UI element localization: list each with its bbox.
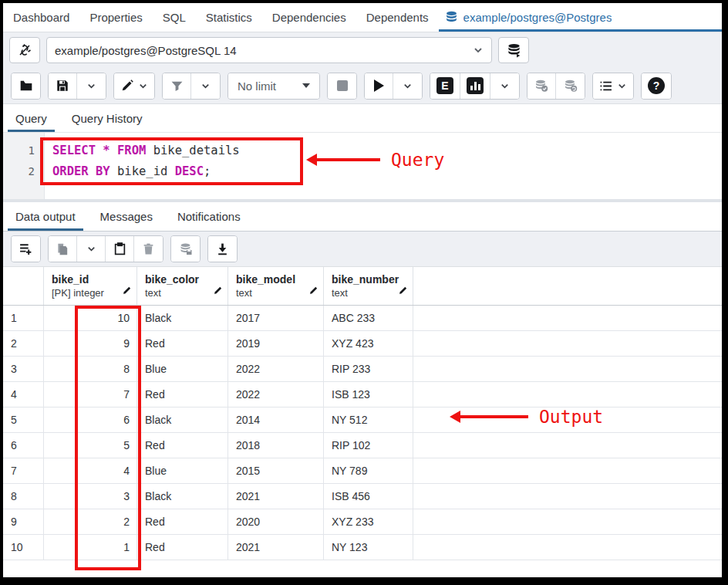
edit-column-icon[interactable] xyxy=(213,286,223,296)
cell-bike-model[interactable]: 2019 xyxy=(228,331,324,356)
row-number-cell[interactable]: 8 xyxy=(3,484,44,509)
macros-button[interactable] xyxy=(593,73,633,99)
cell-bike-number[interactable]: RIP 233 xyxy=(324,357,413,381)
edit-column-icon[interactable] xyxy=(398,286,408,296)
tab-dependents[interactable]: Dependents xyxy=(356,3,439,32)
save-data-changes-button[interactable] xyxy=(171,236,200,262)
edit-column-icon[interactable] xyxy=(122,286,132,296)
column-header-bike-color[interactable]: bike_color text xyxy=(137,267,228,305)
cell-bike-color[interactable]: Red xyxy=(137,509,228,534)
copy-button[interactable] xyxy=(49,236,77,262)
cell-bike-color[interactable]: Red xyxy=(137,433,228,458)
tab-notifications[interactable]: Notifications xyxy=(165,202,253,231)
tab-dependencies[interactable]: Dependencies xyxy=(262,3,356,32)
tab-dashboard[interactable]: Dashboard xyxy=(3,3,79,32)
save-file-button[interactable] xyxy=(49,73,77,99)
filter-dropdown-button[interactable] xyxy=(191,73,220,99)
cell-bike-id[interactable]: 10 xyxy=(44,306,137,330)
cell-bike-color[interactable]: Black xyxy=(137,407,228,432)
download-csv-button[interactable] xyxy=(208,236,237,262)
explain-analyze-button[interactable] xyxy=(460,73,490,99)
column-header-bike-id[interactable]: bike_id [PK] integer xyxy=(44,267,137,305)
tab-messages[interactable]: Messages xyxy=(88,202,165,231)
cell-bike-color[interactable]: Red xyxy=(137,331,228,356)
cell-bike-id[interactable]: 6 xyxy=(44,407,137,432)
cell-bike-color[interactable]: Blue xyxy=(137,357,228,381)
row-number-cell[interactable]: 9 xyxy=(3,509,44,534)
code-line[interactable]: SELECT * FROM bike_details xyxy=(52,140,722,161)
cell-bike-model[interactable]: 2015 xyxy=(228,458,324,483)
row-number-cell[interactable]: 1 xyxy=(3,306,44,330)
row-number-cell[interactable]: 4 xyxy=(3,382,44,407)
cell-bike-number[interactable]: RIP 102 xyxy=(324,433,413,458)
cell-bike-number[interactable]: XYZ 423 xyxy=(324,331,413,356)
editor-code[interactable]: SELECT * FROM bike_detailsORDER BY bike_… xyxy=(45,133,722,199)
filter-button[interactable] xyxy=(163,73,191,99)
row-number-cell[interactable]: 10 xyxy=(3,535,44,560)
cell-bike-id[interactable]: 5 xyxy=(44,433,137,458)
cell-bike-model[interactable]: 2020 xyxy=(228,509,324,534)
row-number-cell[interactable]: 2 xyxy=(3,331,44,356)
row-number-cell[interactable]: 6 xyxy=(3,433,44,458)
cell-bike-model[interactable]: 2014 xyxy=(228,407,324,432)
explain-dropdown-button[interactable] xyxy=(490,73,519,99)
row-number-cell[interactable]: 3 xyxy=(3,357,44,381)
code-line[interactable]: ORDER BY bike_id DESC; xyxy=(52,161,722,182)
help-button[interactable]: ? xyxy=(642,73,671,99)
cell-bike-color[interactable]: Black xyxy=(137,306,228,330)
cell-bike-model[interactable]: 2022 xyxy=(228,382,324,407)
new-connection-button[interactable] xyxy=(498,37,529,63)
cell-bike-model[interactable]: 2022 xyxy=(228,357,324,381)
sql-editor[interactable]: 12 SELECT * FROM bike_detailsORDER BY bi… xyxy=(3,133,722,199)
delete-row-button[interactable] xyxy=(134,236,163,262)
cell-bike-id[interactable]: 3 xyxy=(44,484,137,509)
rollback-button[interactable] xyxy=(556,73,585,99)
paste-button[interactable] xyxy=(106,236,134,262)
tab-query[interactable]: Query xyxy=(3,104,59,132)
cell-bike-id[interactable]: 7 xyxy=(44,382,137,407)
connection-select[interactable]: example/postgres@PostgreSQL 14 xyxy=(46,37,492,63)
save-dropdown-button[interactable] xyxy=(77,73,106,99)
cell-bike-id[interactable]: 9 xyxy=(44,331,137,356)
execute-button[interactable] xyxy=(365,73,393,99)
tab-data-output[interactable]: Data output xyxy=(3,202,88,231)
tab-query-tool-active[interactable]: example/postgres@Postgres xyxy=(439,3,722,32)
cell-bike-model[interactable]: 2021 xyxy=(228,484,324,509)
row-number-cell[interactable]: 5 xyxy=(3,407,44,432)
cell-bike-number[interactable]: XYZ 233 xyxy=(324,509,413,534)
tab-sql[interactable]: SQL xyxy=(153,3,196,32)
execute-dropdown-button[interactable] xyxy=(393,73,422,99)
row-limit-select[interactable]: No limit xyxy=(228,73,319,99)
explain-button[interactable]: E xyxy=(430,73,460,99)
cell-bike-number[interactable]: ISB 456 xyxy=(324,484,413,509)
cell-bike-model[interactable]: 2018 xyxy=(228,433,324,458)
cell-bike-number[interactable]: ISB 123 xyxy=(324,382,413,407)
cell-bike-number[interactable]: NY 123 xyxy=(324,535,413,560)
tab-statistics[interactable]: Statistics xyxy=(196,3,262,32)
column-header-bike-number[interactable]: bike_number text xyxy=(324,267,413,305)
row-number-cell[interactable]: 7 xyxy=(3,458,44,483)
cell-bike-number[interactable]: NY 512 xyxy=(324,407,413,432)
cell-bike-id[interactable]: 2 xyxy=(44,509,137,534)
cell-bike-model[interactable]: 2021 xyxy=(228,535,324,560)
commit-button[interactable] xyxy=(527,73,556,99)
copy-dropdown-button[interactable] xyxy=(77,236,106,262)
tab-query-history[interactable]: Query History xyxy=(59,104,155,132)
tab-properties[interactable]: Properties xyxy=(79,3,152,32)
grid-corner-cell[interactable] xyxy=(3,267,44,305)
cell-bike-color[interactable]: Blue xyxy=(137,458,228,483)
cell-bike-id[interactable]: 4 xyxy=(44,458,137,483)
cell-bike-number[interactable]: NY 789 xyxy=(324,458,413,483)
connection-status-button[interactable] xyxy=(9,37,40,63)
edit-menu-button[interactable] xyxy=(114,73,154,99)
cell-bike-number[interactable]: ABC 233 xyxy=(324,306,413,330)
cell-bike-color[interactable]: Red xyxy=(137,535,228,560)
cell-bike-color[interactable]: Red xyxy=(137,382,228,407)
cell-bike-id[interactable]: 1 xyxy=(44,535,137,560)
column-header-bike-model[interactable]: bike_model text xyxy=(228,267,324,305)
cell-bike-id[interactable]: 8 xyxy=(44,357,137,381)
cancel-query-button[interactable] xyxy=(328,73,356,99)
open-file-button[interactable] xyxy=(12,73,40,99)
cell-bike-color[interactable]: Black xyxy=(137,484,228,509)
add-row-button[interactable] xyxy=(12,236,40,262)
